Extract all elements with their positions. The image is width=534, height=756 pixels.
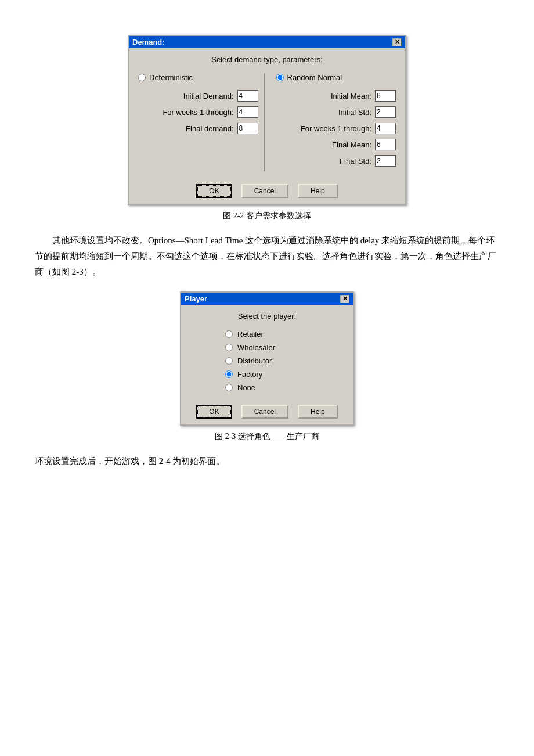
player-dialog: Player ✕ Select the player: Retailer Who… [180, 291, 354, 426]
for-weeks-right-label: For weeks 1 through: [301, 124, 371, 133]
random-radio-row: Random Normal [276, 73, 396, 82]
player-buttons: OK Cancel Help [190, 400, 344, 419]
random-normal-label: Random Normal [287, 73, 342, 82]
retailer-option: Retailer [225, 330, 344, 339]
distributor-option: Distributor [225, 357, 344, 365]
none-label: None [237, 383, 255, 392]
initial-mean-row: Initial Mean: [276, 90, 396, 102]
player-subtitle: Select the player: [190, 312, 344, 321]
caption-2: 图 2-3 选择角色——生产厂商 [35, 431, 499, 442]
player-titlebar: Player ✕ [181, 293, 353, 305]
initial-std-row: Initial Std: [276, 106, 396, 118]
player-help-button[interactable]: Help [298, 405, 338, 419]
demand-buttons: OK Cancel Help [138, 179, 396, 198]
none-radio[interactable] [225, 384, 233, 391]
final-demand-input[interactable] [237, 123, 258, 134]
distributor-label: Distributor [237, 357, 272, 365]
final-std-row: Final Std: [276, 155, 396, 167]
demand-cancel-button[interactable]: Cancel [241, 184, 288, 198]
retailer-label: Retailer [237, 330, 264, 339]
final-mean-label: Final Mean: [332, 141, 371, 149]
demand-ok-button[interactable]: OK [196, 184, 232, 198]
player-title: Player [185, 294, 207, 303]
wholesaler-label: Wholesaler [237, 343, 275, 352]
paragraph-block-1: 其他环境设置均不改变。Options—Short Lead Time 这个选项为… [35, 233, 499, 280]
initial-demand-input[interactable] [237, 90, 258, 102]
player-dialog-wrapper: Player ✕ Select the player: Retailer Who… [35, 291, 499, 426]
player-ok-button[interactable]: OK [196, 405, 232, 419]
player-body: Select the player: Retailer Wholesaler D… [181, 305, 353, 424]
random-normal-radio[interactable] [276, 74, 284, 81]
initial-demand-row: Initial Demand: [138, 90, 258, 102]
deterministic-radio[interactable] [138, 74, 146, 81]
wholesaler-radio[interactable] [225, 344, 233, 351]
deterministic-radio-row: Deterministic [138, 73, 258, 82]
retailer-radio[interactable] [225, 330, 233, 338]
for-weeks-left-label: For weeks 1 through: [163, 108, 233, 117]
factory-radio[interactable] [225, 370, 233, 378]
demand-dialog: Demand: ✕ Select demand type, parameters… [128, 35, 406, 205]
demand-subtitle: Select demand type, parameters: [138, 55, 396, 64]
demand-body: Select demand type, parameters: Determin… [129, 48, 405, 204]
demand-left-panel: Deterministic Initial Demand: For weeks … [138, 73, 265, 171]
player-cancel-button[interactable]: Cancel [241, 405, 288, 419]
final-std-label: Final Std: [340, 157, 371, 165]
demand-titlebar: Demand: ✕ [129, 36, 405, 48]
for-weeks-right-input[interactable] [375, 123, 396, 134]
demand-content: Deterministic Initial Demand: For weeks … [138, 73, 396, 171]
demand-close-button[interactable]: ✕ [392, 38, 402, 46]
for-weeks-left-input[interactable] [237, 106, 258, 118]
wholesaler-option: Wholesaler [225, 343, 344, 352]
demand-dialog-wrapper: Demand: ✕ Select demand type, parameters… [35, 35, 499, 205]
for-weeks-right-row: For weeks 1 through: [276, 123, 396, 134]
factory-option: Factory [225, 370, 344, 379]
for-weeks-left-row: For weeks 1 through: [138, 106, 258, 118]
initial-demand-label: Initial Demand: [183, 92, 234, 100]
body-text-2: 环境设置完成后，开始游戏，图 2-4 为初始界面。 [35, 453, 499, 469]
demand-title: Demand: [132, 38, 165, 46]
distributor-radio[interactable] [225, 357, 233, 365]
initial-std-label: Initial Std: [338, 108, 371, 117]
player-close-button[interactable]: ✕ [340, 295, 349, 303]
initial-mean-label: Initial Mean: [331, 92, 371, 100]
final-demand-row: Final demand: [138, 123, 258, 134]
demand-help-button[interactable]: Help [298, 184, 338, 198]
body-text-1: 其他环境设置均不改变。Options—Short Lead Time 这个选项为… [35, 233, 499, 280]
demand-right-panel: Random Normal Initial Mean: Initial Std:… [265, 73, 396, 171]
player-options-list: Retailer Wholesaler Distributor Factory … [225, 330, 344, 392]
caption-1: 图 2-2 客户需求参数选择 [35, 211, 499, 221]
initial-std-input[interactable] [375, 106, 396, 118]
final-std-input[interactable] [375, 155, 396, 167]
deterministic-label: Deterministic [149, 73, 193, 82]
final-mean-row: Final Mean: [276, 139, 396, 150]
final-mean-input[interactable] [375, 139, 396, 150]
factory-label: Factory [237, 370, 262, 379]
none-option: None [225, 383, 344, 392]
initial-mean-input[interactable] [375, 90, 396, 102]
final-demand-label: Final demand: [186, 124, 233, 133]
